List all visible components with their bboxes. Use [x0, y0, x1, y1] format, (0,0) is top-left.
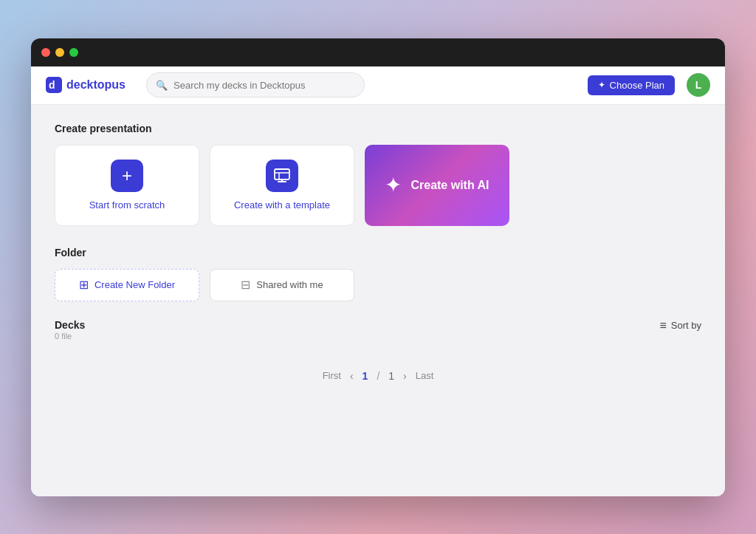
scratch-card-label: Start from scratch [89, 199, 165, 210]
template-card-label: Create with a template [234, 199, 330, 210]
decks-title-group: Decks 0 file [55, 319, 85, 340]
ai-card-label: Create with AI [410, 179, 489, 192]
titlebar [31, 38, 725, 66]
template-icon [273, 167, 291, 185]
choose-plan-label: Choose Plan [610, 80, 664, 91]
minimize-button[interactable] [55, 48, 64, 57]
svg-text:d: d [49, 79, 55, 91]
maximize-button[interactable] [69, 48, 78, 57]
app-content: d decktopus 🔍 ✦ Choose Plan L Create pre… [31, 66, 725, 496]
sort-by-button[interactable]: ≡ Sort by [659, 319, 701, 332]
scratch-icon-bg: + [111, 160, 143, 192]
shared-with-me-card[interactable]: ⊟ Shared with me [210, 269, 354, 301]
start-from-scratch-card[interactable]: + Start from scratch [55, 145, 199, 226]
sparkle-icon: ✦ [385, 173, 402, 197]
decks-header: Decks 0 file ≡ Sort by [55, 319, 701, 340]
decks-count: 0 file [55, 332, 85, 340]
template-icon-bg [266, 160, 298, 192]
page-separator: / [377, 370, 379, 382]
create-cards-container: + Start from scratch [55, 145, 701, 226]
folder-cards-container: ⊞ Create New Folder ⊟ Shared with me [55, 269, 701, 301]
prev-page-button[interactable]: ‹ [350, 370, 354, 382]
pagination: First ‹ 1 / 1 › Last [55, 370, 701, 382]
close-button[interactable] [41, 48, 50, 57]
create-ai-card[interactable]: ✦ Create with AI [365, 145, 509, 226]
choose-plan-button[interactable]: ✦ Choose Plan [588, 75, 675, 95]
avatar[interactable]: L [687, 73, 710, 97]
header: d decktopus 🔍 ✦ Choose Plan L [31, 66, 725, 105]
create-new-folder-card[interactable]: ⊞ Create New Folder [55, 269, 199, 301]
logo-icon: d [46, 77, 62, 93]
traffic-lights [41, 48, 78, 57]
create-presentation-section: Create presentation + Start from scratch [55, 123, 701, 226]
plus-icon: + [122, 165, 132, 186]
shared-folder-icon: ⊟ [241, 278, 250, 292]
logo[interactable]: d decktopus [46, 77, 134, 93]
folder-section-title: Folder [55, 247, 701, 259]
total-pages: 1 [388, 370, 394, 382]
folder-plus-icon: ⊞ [79, 278, 89, 292]
next-page-button[interactable]: › [403, 370, 407, 382]
search-icon: 🔍 [156, 80, 168, 91]
folder-section: Folder ⊞ Create New Folder ⊟ Shared with… [55, 247, 701, 301]
sort-label: Sort by [671, 320, 701, 331]
create-presentation-title: Create presentation [55, 123, 701, 134]
decks-section: Decks 0 file ≡ Sort by [55, 319, 701, 340]
svg-rect-2 [275, 169, 289, 179]
search-input[interactable] [173, 80, 355, 91]
shared-label: Shared with me [256, 279, 323, 290]
sort-icon: ≡ [659, 319, 666, 332]
first-page-button[interactable]: First [323, 370, 341, 381]
logo-text: decktopus [66, 78, 126, 92]
current-page: 1 [362, 370, 368, 382]
decks-title: Decks [55, 319, 85, 331]
search-bar[interactable]: 🔍 [146, 72, 365, 97]
create-folder-label: Create New Folder [94, 279, 175, 290]
star-icon: ✦ [598, 80, 605, 90]
create-template-card[interactable]: Create with a template [210, 145, 354, 226]
avatar-letter: L [695, 79, 702, 91]
app-window: d decktopus 🔍 ✦ Choose Plan L Create pre… [31, 38, 725, 496]
last-page-button[interactable]: Last [416, 370, 434, 381]
main-content: Create presentation + Start from scratch [31, 105, 725, 496]
